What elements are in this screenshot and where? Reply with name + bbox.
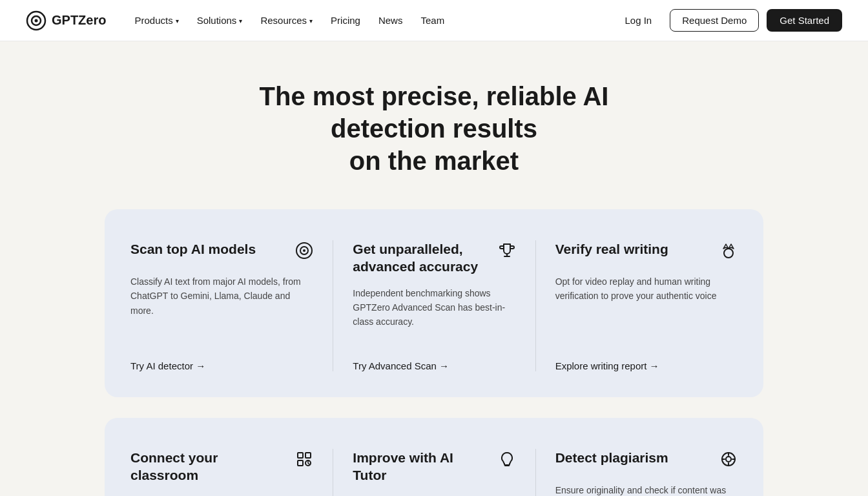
- features-row-1: Scan top AI models Classify AI text from…: [105, 209, 763, 397]
- feature-card-3-title: Verify real writing: [555, 240, 719, 258]
- svg-point-5: [303, 249, 305, 252]
- settings-icon: [295, 450, 313, 473]
- medal-icon: [719, 242, 738, 264]
- feature-card-5-header: Improve with AI Tutor: [353, 449, 515, 484]
- feature-card-6-desc: Ensure originality and check if content …: [555, 483, 738, 496]
- svg-point-2: [35, 19, 38, 22]
- svg-rect-8: [305, 453, 311, 458]
- target-icon: [295, 242, 313, 264]
- nav-solutions[interactable]: Solutions ▾: [189, 10, 251, 31]
- feature-card-1-desc: Classify AI text from major AI models, f…: [130, 274, 313, 329]
- feature-card-3-header: Verify real writing: [555, 240, 738, 264]
- nav-products[interactable]: Products ▾: [127, 10, 186, 31]
- feature-card-5-title: Improve with AI Tutor: [353, 449, 497, 484]
- nav-links: Products ▾ Solutions ▾ Resources ▾ Prici…: [127, 10, 614, 31]
- bulb-icon: [498, 450, 516, 473]
- hero-section: The most precise, reliable AI detection …: [0, 41, 868, 209]
- features-section: Scan top AI models Classify AI text from…: [92, 209, 776, 496]
- nav-actions: Log In Request Demo Get Started: [615, 9, 843, 32]
- svg-rect-9: [298, 460, 303, 466]
- feature-card-6-header: Detect plagiarism: [555, 449, 738, 473]
- products-chevron-icon: ▾: [176, 17, 179, 25]
- nav-team[interactable]: Team: [413, 10, 452, 31]
- feature-card-2-desc: Independent benchmarking shows GPTZero A…: [353, 286, 515, 329]
- feature-card-ai-models: Scan top AI models Classify AI text from…: [130, 240, 333, 371]
- request-demo-button[interactable]: Request Demo: [670, 9, 759, 32]
- trophy-icon: [498, 242, 516, 264]
- hero-title: The most precise, reliable AI detection …: [208, 80, 660, 177]
- feature-card-classroom: Connect your classroom Easily integrate …: [130, 449, 333, 496]
- nav-pricing[interactable]: Pricing: [323, 10, 368, 31]
- feature-card-accuracy: Get unparalleled, advanced accuracy Inde…: [333, 240, 535, 371]
- feature-card-1-title: Scan top AI models: [130, 240, 295, 258]
- feature-card-1-header: Scan top AI models: [130, 240, 313, 264]
- writing-report-link[interactable]: Explore writing report →: [555, 360, 738, 371]
- login-button[interactable]: Log In: [615, 10, 663, 31]
- logo-text: GPTZero: [52, 13, 106, 28]
- crosshair-icon: [719, 450, 738, 473]
- svg-point-12: [726, 457, 731, 462]
- feature-card-4-header: Connect your classroom: [130, 449, 313, 484]
- feature-card-6-title: Detect plagiarism: [555, 449, 719, 466]
- get-started-button[interactable]: Get Started: [767, 9, 842, 32]
- feature-card-writing: Verify real writing Opt for video replay…: [535, 240, 738, 371]
- feature-card-2-title: Get unparalleled, advanced accuracy: [353, 240, 497, 276]
- feature-card-2-header: Get unparalleled, advanced accuracy: [353, 240, 515, 276]
- navbar: GPTZero Products ▾ Solutions ▾ Resources…: [0, 0, 868, 41]
- svg-point-6: [724, 249, 733, 258]
- svg-rect-7: [298, 453, 303, 458]
- feature-card-4-title: Connect your classroom: [130, 449, 295, 484]
- advanced-scan-link[interactable]: Try Advanced Scan →: [353, 360, 515, 371]
- logo[interactable]: GPTZero: [26, 10, 106, 31]
- logo-icon: [26, 10, 46, 31]
- feature-card-3-desc: Opt for video replay and human writing v…: [555, 274, 738, 329]
- nav-resources[interactable]: Resources ▾: [253, 10, 320, 31]
- nav-news[interactable]: News: [371, 10, 411, 31]
- feature-card-plagiarism: Detect plagiarism Ensure originality and…: [535, 449, 738, 496]
- features-row-2: Connect your classroom Easily integrate …: [105, 418, 763, 496]
- ai-detector-link[interactable]: Try AI detector →: [130, 360, 313, 371]
- feature-card-ai-tutor: Improve with AI Tutor Build responsible …: [333, 449, 535, 496]
- solutions-chevron-icon: ▾: [239, 17, 242, 25]
- resources-chevron-icon: ▾: [309, 17, 313, 25]
